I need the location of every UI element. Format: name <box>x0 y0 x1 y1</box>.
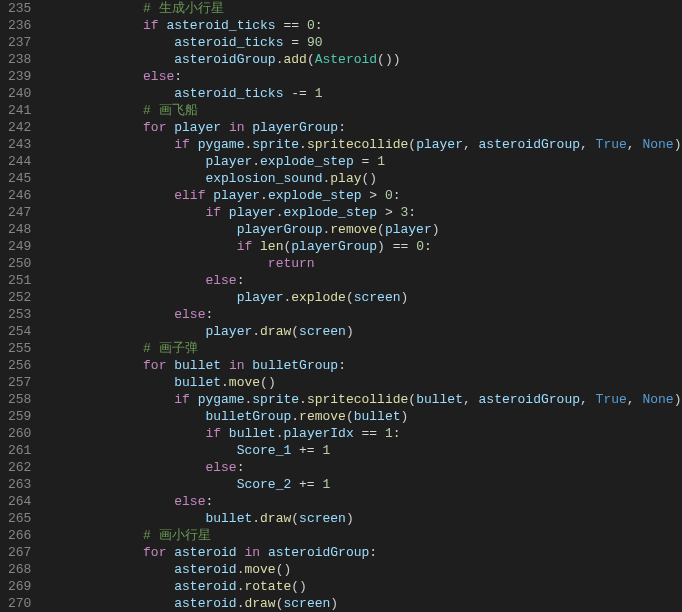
token-punct: . <box>260 188 268 203</box>
token-ident: playerGroup <box>291 239 377 254</box>
code-editor[interactable]: 2352362372382392402412422432442452462472… <box>0 0 682 612</box>
token-punct <box>393 205 401 220</box>
code-line[interactable]: else: <box>49 459 682 476</box>
token-punct: ( <box>307 52 315 67</box>
token-keyword: for <box>143 120 166 135</box>
code-line[interactable]: else: <box>49 493 682 510</box>
token-punct: ) <box>377 239 393 254</box>
token-punct: () <box>291 579 307 594</box>
code-line[interactable]: elif player.explode_step > 0: <box>49 187 682 204</box>
token-punct: ( <box>276 596 284 611</box>
line-number: 261 <box>8 442 31 459</box>
token-punct: ) <box>346 511 354 526</box>
code-line[interactable]: # 生成小行星 <box>49 0 682 17</box>
token-class: Asteroid <box>315 52 377 67</box>
token-punct: . <box>252 511 260 526</box>
code-line[interactable]: asteroidGroup.add(Asteroid()) <box>49 51 682 68</box>
code-line[interactable]: Score_1 += 1 <box>49 442 682 459</box>
code-line[interactable]: explosion_sound.play() <box>49 170 682 187</box>
code-line[interactable]: # 画子弹 <box>49 340 682 357</box>
token-num: 1 <box>322 443 330 458</box>
code-line[interactable]: for asteroid in asteroidGroup: <box>49 544 682 561</box>
code-line[interactable]: # 画飞船 <box>49 102 682 119</box>
code-line[interactable]: bulletGroup.remove(bullet) <box>49 408 682 425</box>
token-punct: . <box>252 154 260 169</box>
token-num: 0 <box>307 18 315 33</box>
token-keyword: in <box>229 358 245 373</box>
code-line[interactable]: asteroid_ticks -= 1 <box>49 85 682 102</box>
token-keyword: if <box>174 137 190 152</box>
code-line[interactable]: asteroid.rotate() <box>49 578 682 595</box>
token-func: len <box>260 239 283 254</box>
code-content[interactable]: # 生成小行星 if asteroid_ticks == 0: asteroid… <box>49 0 682 612</box>
line-number: 270 <box>8 595 31 612</box>
token-punct: ( <box>291 324 299 339</box>
token-ident: explode_step <box>283 205 377 220</box>
token-ident: bullet <box>354 409 401 424</box>
code-line[interactable]: player.explode(screen) <box>49 289 682 306</box>
token-ident: player <box>205 154 252 169</box>
token-punct <box>354 154 362 169</box>
code-line[interactable]: asteroid.move() <box>49 561 682 578</box>
token-punct <box>221 120 229 135</box>
token-keyword: for <box>143 545 166 560</box>
code-line[interactable]: for bullet in bulletGroup: <box>49 357 682 374</box>
code-line[interactable]: asteroid.draw(screen) <box>49 595 682 612</box>
token-punct: : <box>424 239 432 254</box>
code-line[interactable]: player.explode_step = 1 <box>49 153 682 170</box>
token-keyword: else <box>174 307 205 322</box>
token-ident: Score_1 <box>237 443 292 458</box>
code-line[interactable]: if pygame.sprite.spritecollide(player, a… <box>49 136 682 153</box>
code-line[interactable]: if pygame.sprite.spritecollide(bullet, a… <box>49 391 682 408</box>
token-ident: explode_step <box>268 188 362 203</box>
code-line[interactable]: Score_2 += 1 <box>49 476 682 493</box>
code-line[interactable]: for player in playerGroup: <box>49 119 682 136</box>
code-line[interactable]: else: <box>49 68 682 85</box>
code-line[interactable]: return <box>49 255 682 272</box>
line-number: 259 <box>8 408 31 425</box>
code-line[interactable]: else: <box>49 272 682 289</box>
line-number: 254 <box>8 323 31 340</box>
line-number: 267 <box>8 544 31 561</box>
token-punct <box>221 358 229 373</box>
token-num: 1 <box>377 154 385 169</box>
token-ident: bullet <box>174 358 221 373</box>
code-line[interactable]: bullet.move() <box>49 374 682 391</box>
code-line[interactable]: player.draw(screen) <box>49 323 682 340</box>
code-line[interactable]: if asteroid_ticks == 0: <box>49 17 682 34</box>
token-punct: () <box>276 562 292 577</box>
code-line[interactable]: bullet.draw(screen) <box>49 510 682 527</box>
token-ident: playerIdx <box>283 426 353 441</box>
line-number: 263 <box>8 476 31 493</box>
token-ident: player <box>416 137 463 152</box>
token-num: 0 <box>416 239 424 254</box>
line-number: 266 <box>8 527 31 544</box>
code-line[interactable]: # 画小行星 <box>49 527 682 544</box>
code-line[interactable]: asteroid_ticks = 90 <box>49 34 682 51</box>
line-number: 260 <box>8 425 31 442</box>
token-punct <box>307 86 315 101</box>
token-punct: ) <box>432 222 440 237</box>
code-line[interactable]: else: <box>49 306 682 323</box>
line-number: 265 <box>8 510 31 527</box>
token-func: rotate <box>244 579 291 594</box>
token-keyword: elif <box>174 188 205 203</box>
token-ident: asteroid <box>174 545 236 560</box>
token-punct: : <box>237 273 245 288</box>
token-punct: ( <box>408 392 416 407</box>
token-punct: , <box>463 137 479 152</box>
token-ident: asteroidGroup <box>479 392 580 407</box>
line-number: 252 <box>8 289 31 306</box>
token-func: draw <box>244 596 275 611</box>
token-keyword: if <box>205 426 221 441</box>
code-line[interactable]: if bullet.playerIdx == 1: <box>49 425 682 442</box>
token-keyword: if <box>205 205 221 220</box>
code-line[interactable]: playerGroup.remove(player) <box>49 221 682 238</box>
token-func: add <box>283 52 306 67</box>
token-func: move <box>229 375 260 390</box>
code-line[interactable]: if len(playerGroup) == 0: <box>49 238 682 255</box>
token-keyword: in <box>244 545 260 560</box>
token-punct <box>291 443 299 458</box>
token-punct: : <box>315 18 323 33</box>
code-line[interactable]: if player.explode_step > 3: <box>49 204 682 221</box>
